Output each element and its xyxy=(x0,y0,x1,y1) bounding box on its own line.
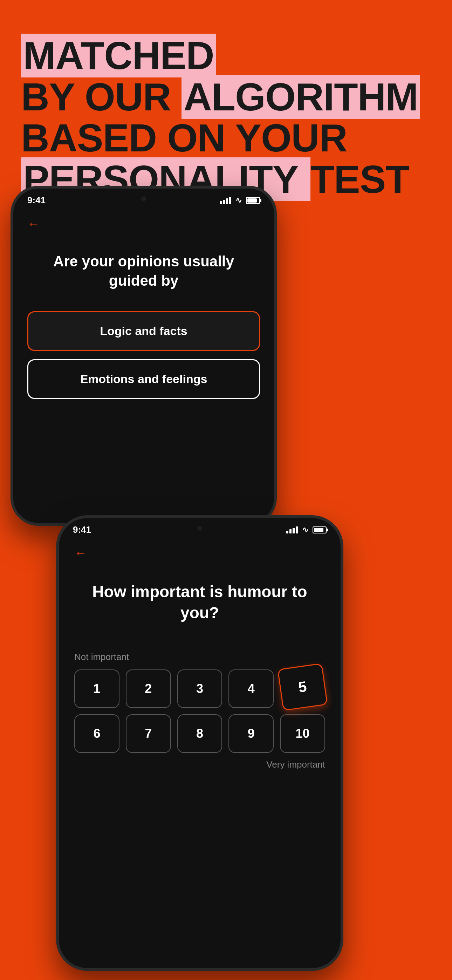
phone-2-status-right: ∿ xyxy=(286,525,326,535)
phone-1-content: ← Are your opinions usually guided by Lo… xyxy=(13,209,274,414)
signal-icon xyxy=(220,197,231,204)
phone-1-container: 9:41 ∿ ← Are your opinions usually guide… xyxy=(11,186,284,536)
battery-icon xyxy=(246,197,260,204)
battery-fill xyxy=(247,198,257,203)
scale-btn-4[interactable]: 4 xyxy=(228,670,274,708)
scale-label-high: Very important xyxy=(74,759,325,770)
hero-line-3: BASED ON YOUR xyxy=(21,118,431,159)
phone-2-content: ← How important is humour to you? Not im… xyxy=(59,539,341,777)
signal-bar-2-3 xyxy=(293,528,295,533)
battery-fill-2 xyxy=(314,528,323,532)
signal-bar-1 xyxy=(220,201,222,204)
signal-bar-2 xyxy=(223,200,225,204)
hero-section: MATCHED BY OUR ALGORITHM BASED ON YOUR P… xyxy=(21,35,431,200)
scale-btn-6[interactable]: 6 xyxy=(74,714,119,753)
scale-row-1: 1 2 3 4 5 xyxy=(74,670,325,708)
scale-row-2: 6 7 8 9 10 xyxy=(74,714,325,753)
scale-btn-2[interactable]: 2 xyxy=(126,670,171,708)
phone-1-time: 9:41 xyxy=(27,195,46,206)
wifi-icon-2: ∿ xyxy=(302,525,308,535)
battery-icon-2 xyxy=(312,527,326,533)
hero-line-2: BY OUR ALGORITHM xyxy=(21,76,431,118)
back-button-2[interactable]: ← xyxy=(74,546,325,560)
phone-1-question: Are your opinions usually guided by xyxy=(27,252,260,290)
scale-label-low: Not important xyxy=(74,652,325,662)
wifi-icon: ∿ xyxy=(236,196,242,205)
back-button-1[interactable]: ← xyxy=(27,216,260,231)
phone-1-notch xyxy=(121,194,166,204)
hero-line-1: MATCHED xyxy=(21,35,431,76)
hero-test: TEST xyxy=(310,158,409,201)
scale-btn-7[interactable]: 7 xyxy=(126,714,171,753)
phone-2-container: 9:41 ∿ ← How important is humour to you?… xyxy=(56,515,344,971)
answer-logic-facts[interactable]: Logic and facts xyxy=(27,311,260,351)
scale-btn-10[interactable]: 10 xyxy=(280,714,325,753)
scale-btn-3[interactable]: 3 xyxy=(177,670,223,708)
signal-bar-2-2 xyxy=(290,529,291,533)
signal-bar-3 xyxy=(226,198,228,204)
scale-btn-5-selected[interactable]: 5 xyxy=(277,663,328,711)
signal-bar-4 xyxy=(229,197,231,204)
signal-icon-2 xyxy=(286,527,298,533)
hero-matched: MATCHED xyxy=(21,33,216,78)
phone-2-time: 9:41 xyxy=(73,524,91,535)
phone-1-frame: 9:41 ∿ ← Are your opinions usually guide… xyxy=(11,186,277,526)
hero-algorithm: ALGORITHM xyxy=(181,75,420,119)
phone-2-frame: 9:41 ∿ ← How important is humour to you?… xyxy=(56,515,344,971)
scale-btn-8[interactable]: 8 xyxy=(177,714,223,753)
answer-emotions-feelings[interactable]: Emotions and feelings xyxy=(27,359,260,399)
phone-2-notch xyxy=(177,523,223,533)
hero-by-our: BY OUR xyxy=(21,75,181,119)
signal-bar-2-4 xyxy=(296,527,298,533)
signal-bar-2-1 xyxy=(286,531,288,533)
phone-2-question: How important is humour to you? xyxy=(74,581,325,624)
scale-btn-9[interactable]: 9 xyxy=(228,714,274,753)
phone-1-status-right: ∿ xyxy=(220,196,260,205)
scale-btn-1[interactable]: 1 xyxy=(74,670,119,708)
